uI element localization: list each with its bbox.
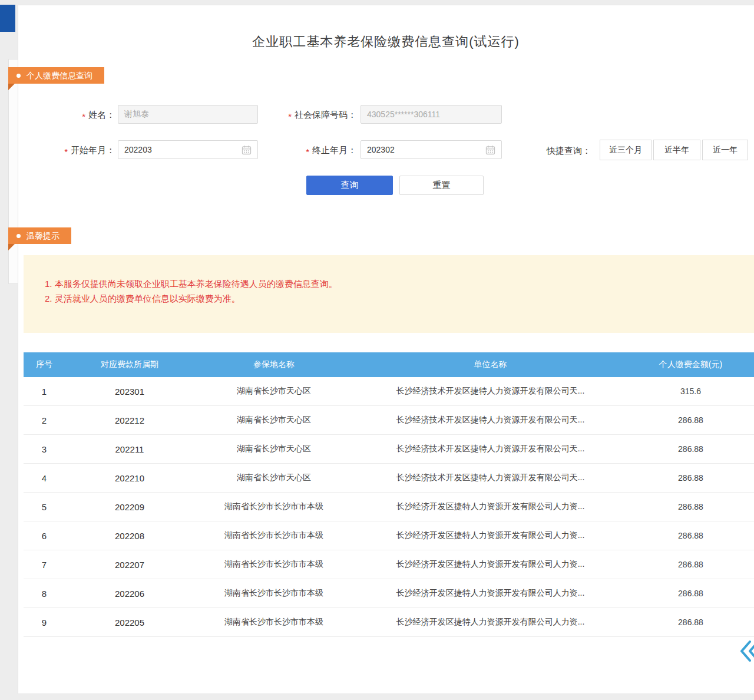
end-month-value: 202302 <box>367 145 395 154</box>
table-cell: 202208 <box>65 521 194 550</box>
quick-range-one-year-button[interactable]: 近一年 <box>702 140 748 160</box>
sidebar-collapsed-tab[interactable] <box>0 5 15 32</box>
table-cell: 202209 <box>65 493 194 521</box>
table-row: 5202209湖南省长沙市长沙市市本级长沙经济开发区捷特人力资源开发有限公司人力… <box>24 493 754 521</box>
table-cell: 202210 <box>65 464 194 492</box>
table-cell: 湖南省长沙市长沙市市本级 <box>194 608 353 636</box>
table-cell: 湖南省长沙市长沙市市本级 <box>194 521 353 550</box>
quick-range-3-months-button[interactable]: 近三个月 <box>600 140 652 160</box>
section-badge-tips: 温馨提示 <box>8 227 71 244</box>
section-badge-query-label: 个人缴费信息查询 <box>27 67 92 84</box>
table-cell: 湖南省长沙市天心区 <box>194 406 353 434</box>
table-cell: 202301 <box>65 377 194 405</box>
query-button[interactable]: 查询 <box>306 176 393 195</box>
table-cell: 7 <box>24 550 65 579</box>
table-cell: 286.88 <box>627 550 754 579</box>
required-asterisk: * <box>306 147 309 157</box>
table-cell: 4 <box>24 464 65 492</box>
table-row: 4202210湖南省长沙市天心区长沙经济技术开发区捷特人力资源开发有限公司天..… <box>24 464 754 493</box>
section-badge-query: 个人缴费信息查询 <box>8 67 104 84</box>
table-cell: 286.88 <box>627 464 754 492</box>
table-row: 8202206湖南省长沙市长沙市市本级长沙经济开发区捷特人力资源开发有限公司人力… <box>24 579 754 608</box>
table-cell: 湖南省长沙市天心区 <box>194 377 353 405</box>
tips-line-2: 2. 灵活就业人员的缴费单位信息以实际缴费为准。 <box>45 291 742 306</box>
table-cell: 长沙经济技术开发区捷特人力资源开发有限公司天... <box>353 435 627 463</box>
table-cell: 6 <box>24 521 65 550</box>
table-cell: 湖南省长沙市长沙市市本级 <box>194 579 353 607</box>
ssn-input-value: 430525******306111 <box>367 110 440 119</box>
table-cell: 长沙经济开发区捷特人力资源开发有限公司人力资... <box>353 608 627 636</box>
left-edge-strip <box>8 59 18 284</box>
table-cell: 湖南省长沙市天心区 <box>194 464 353 492</box>
table-cell: 202211 <box>65 435 194 463</box>
end-month-label: * 终止年月： <box>259 140 356 160</box>
table-cell: 长沙经济技术开发区捷特人力资源开发有限公司天... <box>353 406 627 434</box>
table-header-cell: 序号 <box>24 352 65 377</box>
quick-query-label: 快捷查询： <box>547 140 591 161</box>
table-cell: 202212 <box>65 406 194 434</box>
table-header-cell: 单位名称 <box>353 352 627 377</box>
start-month-input[interactable]: 202203 <box>118 140 258 159</box>
table-cell: 长沙经济开发区捷特人力资源开发有限公司人力资... <box>353 521 627 550</box>
table-header-cell: 个人缴费金额(元) <box>627 352 754 377</box>
ssn-input[interactable]: 430525******306111 <box>361 105 502 124</box>
table-cell: 286.88 <box>627 579 754 607</box>
calendar-icon[interactable] <box>242 145 252 155</box>
table-cell: 1 <box>24 377 65 405</box>
table-cell: 286.88 <box>627 406 754 434</box>
table-body: 1202301湖南省长沙市天心区长沙经济技术开发区捷特人力资源开发有限公司天..… <box>24 377 754 637</box>
table-cell: 286.88 <box>627 521 754 550</box>
double-chevron-left-icon[interactable] <box>738 638 754 665</box>
reset-button[interactable]: 重置 <box>399 176 484 195</box>
required-asterisk: * <box>288 111 292 121</box>
name-input[interactable]: 谢旭泰 <box>118 105 258 124</box>
name-input-value: 谢旭泰 <box>124 109 149 120</box>
table-cell: 202206 <box>65 579 194 607</box>
quick-range-half-year-button[interactable]: 近半年 <box>653 140 700 160</box>
name-field-label: * 姓名： <box>35 105 115 125</box>
page-title: 企业职工基本养老保险缴费信息查询(试运行) <box>18 33 754 51</box>
table-header-cell: 对应费款所属期 <box>65 352 194 377</box>
table-cell: 202205 <box>65 608 194 636</box>
calendar-icon[interactable] <box>485 145 495 155</box>
results-table: 序号对应费款所属期参保地名称单位名称个人缴费金额(元) 1202301湖南省长沙… <box>24 352 754 637</box>
table-header-row: 序号对应费款所属期参保地名称单位名称个人缴费金额(元) <box>24 352 754 377</box>
required-asterisk: * <box>64 147 68 157</box>
table-row: 1202301湖南省长沙市天心区长沙经济技术开发区捷特人力资源开发有限公司天..… <box>24 377 754 406</box>
table-row: 9202205湖南省长沙市长沙市市本级长沙经济开发区捷特人力资源开发有限公司人力… <box>24 608 754 637</box>
table-header-cell: 参保地名称 <box>194 352 353 377</box>
bullet-dot-icon <box>16 74 21 78</box>
table-cell: 8 <box>24 579 65 607</box>
table-cell: 长沙经济开发区捷特人力资源开发有限公司人力资... <box>353 493 627 521</box>
table-cell: 286.88 <box>627 493 754 521</box>
table-row: 3202211湖南省长沙市天心区长沙经济技术开发区捷特人力资源开发有限公司天..… <box>24 435 754 464</box>
table-cell: 湖南省长沙市长沙市市本级 <box>194 550 353 579</box>
table-cell: 长沙经济技术开发区捷特人力资源开发有限公司天... <box>353 464 627 492</box>
table-row: 7202207湖南省长沙市长沙市市本级长沙经济开发区捷特人力资源开发有限公司人力… <box>24 550 754 579</box>
table-cell: 3 <box>24 435 65 463</box>
collapse-panel-control[interactable] <box>738 638 754 665</box>
bullet-dot-icon <box>16 234 21 238</box>
table-cell: 9 <box>24 608 65 636</box>
table-cell: 202207 <box>65 550 194 579</box>
end-month-input[interactable]: 202302 <box>361 140 502 159</box>
table-cell: 湖南省长沙市长沙市市本级 <box>194 493 353 521</box>
table-row: 2202212湖南省长沙市天心区长沙经济技术开发区捷特人力资源开发有限公司天..… <box>24 406 754 435</box>
table-cell: 长沙经济开发区捷特人力资源开发有限公司人力资... <box>353 550 627 579</box>
tips-notice-box: 1. 本服务仅提供尚未领取企业职工基本养老保险待遇人员的缴费信息查询。 2. 灵… <box>24 255 754 333</box>
required-asterisk: * <box>82 111 85 121</box>
table-cell: 湖南省长沙市天心区 <box>194 435 353 463</box>
table-cell: 2 <box>24 406 65 434</box>
start-month-label: * 开始年月： <box>35 140 115 160</box>
table-cell: 286.88 <box>627 435 754 463</box>
table-cell: 长沙经济技术开发区捷特人力资源开发有限公司天... <box>353 377 627 405</box>
table-cell: 315.6 <box>627 377 754 405</box>
tips-line-1: 1. 本服务仅提供尚未领取企业职工基本养老保险待遇人员的缴费信息查询。 <box>45 276 742 291</box>
section-badge-tips-label: 温馨提示 <box>27 227 59 244</box>
table-row: 6202208湖南省长沙市长沙市市本级长沙经济开发区捷特人力资源开发有限公司人力… <box>24 521 754 550</box>
table-cell: 286.88 <box>627 608 754 636</box>
start-month-value: 202203 <box>124 145 152 154</box>
table-cell: 5 <box>24 493 65 521</box>
table-cell: 长沙经济开发区捷特人力资源开发有限公司人力资... <box>353 579 627 607</box>
ssn-field-label: * 社会保障号码： <box>259 105 356 125</box>
